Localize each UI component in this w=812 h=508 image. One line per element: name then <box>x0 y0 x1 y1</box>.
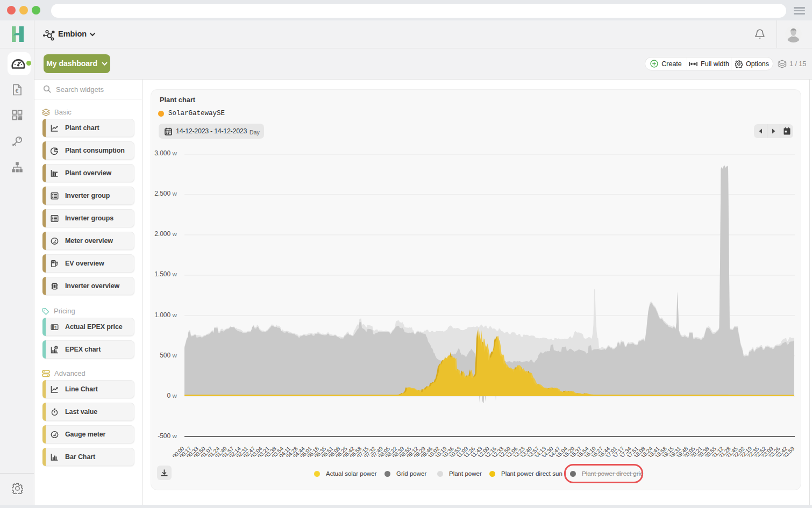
svg-text:€: € <box>54 325 57 330</box>
svg-text:€: € <box>16 88 19 94</box>
